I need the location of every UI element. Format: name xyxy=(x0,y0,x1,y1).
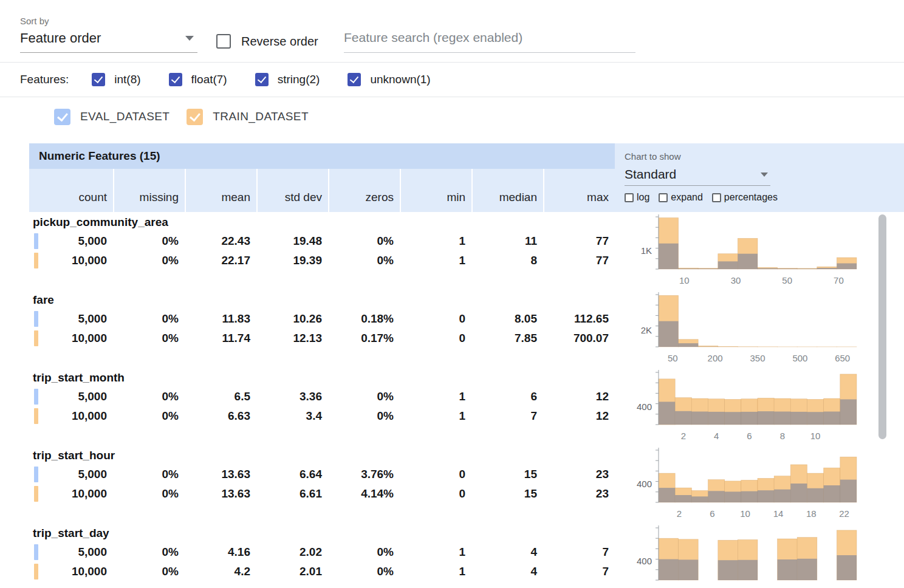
stat-value-count: 10,000 xyxy=(29,565,113,578)
reverse-order-checkbox[interactable]: Reverse order xyxy=(216,34,318,49)
stat-text: 1 xyxy=(459,545,465,558)
stat-value-mean: 13.63 xyxy=(185,487,256,501)
svg-text:6: 6 xyxy=(710,508,714,519)
stat-value-zeros: 0% xyxy=(328,234,400,248)
stat-value-max: 77 xyxy=(543,234,615,248)
stat-text: 4 xyxy=(530,565,537,578)
stat-text: 19.39 xyxy=(293,254,322,267)
stat-text: 10,000 xyxy=(72,254,107,267)
stats-row-eval_dataset: 5,0000%22.4319.480%11177 xyxy=(29,231,615,251)
svg-text:14: 14 xyxy=(773,508,784,519)
stat-value-zeros: 0% xyxy=(328,254,400,267)
stats-row-eval_dataset: 5,0000%11.8310.260.18%08.05112.65 xyxy=(29,309,615,329)
chart-to-show-label: Chart to show xyxy=(625,151,904,162)
stat-value-median: 11 xyxy=(471,234,543,248)
stat-value-count: 5,000 xyxy=(29,312,113,326)
feature-type-label: unknown(1) xyxy=(370,73,430,86)
stats-row-train_dataset: 10,0000%6.633.40%1712 xyxy=(29,406,615,426)
stat-value-std-dev: 10.26 xyxy=(256,312,328,326)
stat-text: 1 xyxy=(459,234,465,247)
chart-option-checkboxes: logexpandpercentages xyxy=(625,192,904,203)
checkbox-unchecked-icon xyxy=(659,193,668,202)
feature-histogram: 400246810 xyxy=(615,368,904,445)
stat-text: 1 xyxy=(459,409,465,422)
svg-text:50: 50 xyxy=(782,275,792,285)
feature-search-input[interactable] xyxy=(344,30,635,52)
svg-text:18: 18 xyxy=(806,508,817,519)
table-title: Numeric Features (15) xyxy=(29,143,615,169)
feature-type-checkbox-0[interactable]: int(8) xyxy=(92,73,140,86)
svg-text:400: 400 xyxy=(637,556,652,566)
stat-value-std-dev: 12.13 xyxy=(256,332,328,345)
chart-type-dropdown[interactable]: Standard xyxy=(625,167,770,186)
stat-text: 3.36 xyxy=(300,390,322,403)
reverse-order-label: Reverse order xyxy=(241,35,318,49)
chart-option-checkbox-log[interactable]: log xyxy=(625,192,649,203)
stat-text: 4.2 xyxy=(235,565,250,578)
chart-option-checkbox-percentages[interactable]: percentages xyxy=(712,192,778,203)
feature-name: fare xyxy=(29,290,615,309)
vertical-scrollbar[interactable] xyxy=(878,214,886,439)
checkbox-checked-icon xyxy=(255,73,269,86)
stat-text: 8 xyxy=(530,254,537,267)
dataset-swatch xyxy=(34,564,38,579)
stat-value-missing: 0% xyxy=(113,545,185,559)
charts-column: 1K103050702K5020035050065040024681040026… xyxy=(615,212,904,588)
stat-value-std-dev: 3.36 xyxy=(256,390,328,403)
stats-row-eval_dataset: 5,0000%13.636.643.76%01523 xyxy=(29,465,615,484)
feature-histogram: 2K50200350500650 xyxy=(615,290,904,368)
svg-text:30: 30 xyxy=(731,275,741,285)
svg-text:10: 10 xyxy=(810,431,821,441)
stat-value-zeros: 3.76% xyxy=(328,468,400,481)
feature-block-trip_start_hour: trip_start_hour5,0000%13.636.643.76%0152… xyxy=(29,445,615,523)
stat-text: 4 xyxy=(530,545,537,558)
svg-text:350: 350 xyxy=(750,353,765,363)
stat-text: 4.16 xyxy=(228,545,250,558)
stat-value-median: 15 xyxy=(471,468,543,481)
stat-value-count: 10,000 xyxy=(29,409,113,423)
dataset-checkbox-eval_dataset[interactable]: EVAL_DATASET xyxy=(54,109,170,125)
stat-text: 23 xyxy=(596,487,609,500)
stat-value-std-dev: 19.39 xyxy=(256,254,328,267)
table-header: countmissingmeanstd devzerosminmedianmax xyxy=(29,169,615,212)
dataset-checkbox-train_dataset[interactable]: TRAIN_DATASET xyxy=(187,109,309,125)
stat-value-missing: 0% xyxy=(113,487,185,501)
feature-histogram: 1K10305070 xyxy=(615,212,904,290)
feature-type-label: int(8) xyxy=(114,73,140,86)
stat-text: 11.83 xyxy=(222,312,251,325)
feature-name: trip_start_month xyxy=(29,368,615,387)
svg-text:22: 22 xyxy=(839,508,849,519)
feature-type-checkbox-2[interactable]: string(2) xyxy=(255,73,320,86)
stat-value-count: 5,000 xyxy=(29,390,113,403)
stat-text: 3.4 xyxy=(306,409,322,422)
feature-type-checkbox-3[interactable]: unknown(1) xyxy=(348,73,430,86)
stat-text: 23 xyxy=(596,468,609,480)
stat-text: 0% xyxy=(162,312,179,325)
stat-value-min: 1 xyxy=(400,254,471,267)
feature-type-checkbox-1[interactable]: float(7) xyxy=(169,73,227,86)
sort-by-dropdown[interactable]: Feature order xyxy=(20,30,197,53)
stat-text: 10,000 xyxy=(72,332,107,344)
checkbox-checked-icon xyxy=(187,109,203,125)
stat-value-std-dev: 6.61 xyxy=(256,487,328,501)
column-header-count: count xyxy=(29,169,113,212)
svg-text:1K: 1K xyxy=(641,245,652,256)
sort-by-label: Sort by xyxy=(20,16,197,26)
chevron-down-icon xyxy=(185,36,194,41)
chart-cell-fare: 2K50200350500650 xyxy=(615,290,904,368)
stat-value-count: 10,000 xyxy=(29,254,113,267)
stat-text: 5,000 xyxy=(78,545,107,558)
chart-option-checkbox-expand[interactable]: expand xyxy=(659,192,703,203)
stat-text: 12 xyxy=(596,409,609,422)
stat-text: 4.14% xyxy=(361,487,394,500)
stat-value-median: 4 xyxy=(471,565,543,578)
stat-value-median: 7 xyxy=(471,409,543,423)
stat-text: 7 xyxy=(530,409,537,422)
stat-value-std-dev: 2.02 xyxy=(256,545,328,559)
svg-text:400: 400 xyxy=(637,479,652,489)
stat-text: 10,000 xyxy=(72,487,107,500)
checkbox-checked-icon xyxy=(54,109,70,125)
dataset-swatch xyxy=(34,253,38,268)
stat-text: 77 xyxy=(596,254,609,267)
stat-text: 0 xyxy=(459,312,465,325)
